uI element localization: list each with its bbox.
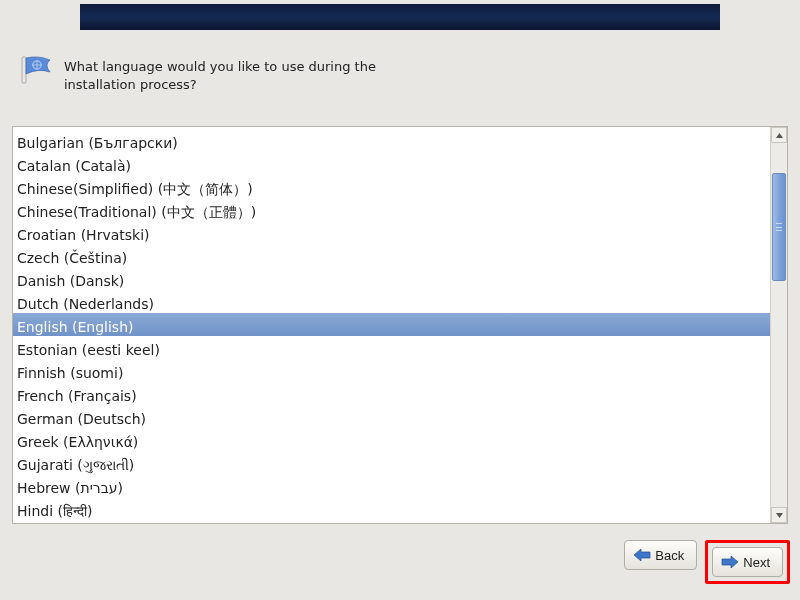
language-list-viewport: Bulgarian (Български)Catalan (Català)Chi… [13,127,770,523]
language-option[interactable]: Hindi (हिन्दी) [13,497,770,520]
next-button-highlight: Next [705,540,790,584]
language-option[interactable]: Chinese(Simplified) (中文（简体）) [13,175,770,198]
language-option[interactable]: Chinese(Traditional) (中文（正體）) [13,198,770,221]
language-option[interactable]: Czech (Čeština) [13,244,770,267]
language-option[interactable]: German (Deutsch) [13,405,770,428]
language-option[interactable]: Hebrew (עברית) [13,474,770,497]
svg-rect-0 [22,57,26,83]
language-option[interactable]: Croatian (Hrvatski) [13,221,770,244]
language-option[interactable]: Greek (Ελληνικά) [13,428,770,451]
scrollbar[interactable] [770,127,787,523]
language-flag-icon [20,56,54,84]
language-option[interactable]: French (Français) [13,382,770,405]
next-button[interactable]: Next [712,547,783,577]
language-option[interactable]: Bulgarian (Български) [13,129,770,152]
arrow-right-icon [721,555,739,569]
arrow-left-icon [633,548,651,562]
language-option[interactable]: Gujarati (ગુજરાતી) [13,451,770,474]
language-option[interactable]: Finnish (suomi) [13,359,770,382]
scroll-down-button[interactable] [771,507,787,523]
scrollbar-thumb[interactable] [772,173,786,281]
scroll-up-button[interactable] [771,127,787,143]
language-option[interactable]: Catalan (Català) [13,152,770,175]
language-option[interactable]: Estonian (eesti keel) [13,336,770,359]
language-option[interactable]: Dutch (Nederlands) [13,290,770,313]
language-list[interactable]: Bulgarian (Български)Catalan (Català)Chi… [12,126,788,524]
language-option[interactable]: Danish (Dansk) [13,267,770,290]
prompt-row: What language would you like to use duri… [20,56,780,93]
button-bar: Back Next [0,540,800,584]
back-button[interactable]: Back [624,540,697,570]
header-banner [80,4,720,30]
back-button-label: Back [655,548,684,563]
prompt-text: What language would you like to use duri… [64,56,404,93]
next-button-label: Next [743,555,770,570]
scrollbar-track[interactable] [771,143,787,507]
language-option[interactable]: English (English) [13,313,770,336]
